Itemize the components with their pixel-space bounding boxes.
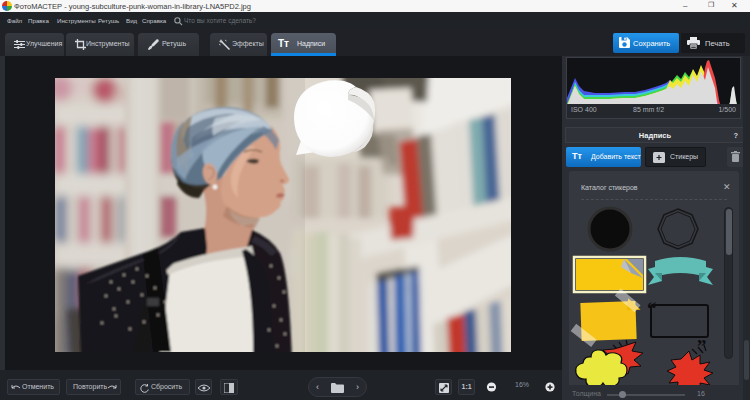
- svg-text:„: „: [697, 326, 707, 347]
- svg-text:“: “: [647, 298, 657, 319]
